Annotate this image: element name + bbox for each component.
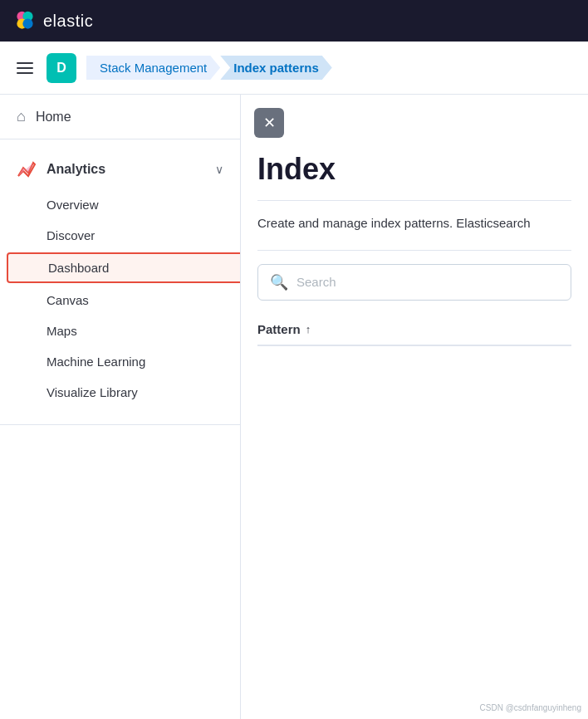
title-divider xyxy=(257,200,571,201)
sidebar-item-canvas[interactable]: Canvas xyxy=(0,285,240,315)
sidebar-section-analytics: Analytics ∨ Overview Discover Dashboard … xyxy=(0,139,240,425)
svg-point-3 xyxy=(22,18,32,28)
sidebar-item-dashboard[interactable]: Dashboard xyxy=(7,252,241,283)
sort-ascending-icon: ↑ xyxy=(306,323,311,335)
elastic-logo-text: elastic xyxy=(43,12,93,31)
avatar-button[interactable]: D xyxy=(47,53,76,83)
sidebar-item-overview[interactable]: Overview xyxy=(0,189,240,220)
sidebar-item-discover[interactable]: Discover xyxy=(0,220,240,251)
sidebar-home[interactable]: ⌂ Home xyxy=(0,95,240,139)
panel-content: Index Create and manage index patterns. … xyxy=(241,95,588,346)
watermark: CSDN @csdnfanguyinheng xyxy=(480,703,581,712)
elastic-logo-icon xyxy=(13,9,37,32)
breadcrumb-stack-management[interactable]: Stack Management xyxy=(86,56,220,80)
analytics-section-label: Analytics xyxy=(47,162,105,177)
sidebar-item-maps[interactable]: Maps xyxy=(0,315,240,346)
breadcrumb-index-patterns[interactable]: Index patterns xyxy=(220,56,332,80)
analytics-icon xyxy=(17,159,37,179)
right-panel: ✕ Index Create and manage index patterns… xyxy=(241,95,588,719)
breadcrumb: Stack Management Index patterns xyxy=(86,56,332,80)
panel-close-button[interactable]: ✕ xyxy=(254,108,284,138)
analytics-section-header[interactable]: Analytics ∨ xyxy=(0,153,240,186)
hamburger-line-1 xyxy=(17,62,33,64)
sidebar-item-visualize-library[interactable]: Visualize Library xyxy=(0,377,240,408)
panel-title: Index xyxy=(257,151,571,187)
hamburger-line-2 xyxy=(17,67,33,69)
header-bar: D Stack Management Index patterns xyxy=(0,42,588,95)
description-divider xyxy=(257,250,571,251)
analytics-nav-items: Overview Discover Dashboard Canvas Maps … xyxy=(0,186,240,411)
hamburger-line-3 xyxy=(17,72,33,74)
search-icon: 🔍 xyxy=(270,273,288,291)
main-layout: ⌂ Home Analytics ∨ Overview Discover Das… xyxy=(0,95,588,719)
elastic-logo: elastic xyxy=(13,9,93,32)
sidebar-home-label: Home xyxy=(36,110,71,125)
top-navbar: elastic xyxy=(0,0,588,42)
analytics-header-left: Analytics xyxy=(17,159,105,179)
panel-description: Create and manage index patterns. Elasti… xyxy=(257,214,571,233)
chevron-down-icon: ∨ xyxy=(215,163,223,176)
home-icon: ⌂ xyxy=(17,108,26,125)
search-box[interactable]: 🔍 Search xyxy=(257,264,571,301)
hamburger-button[interactable] xyxy=(13,59,37,77)
search-input-placeholder: Search xyxy=(296,275,336,289)
sidebar: ⌂ Home Analytics ∨ Overview Discover Das… xyxy=(0,95,241,719)
sidebar-item-machine-learning[interactable]: Machine Learning xyxy=(0,346,240,377)
pattern-column-header[interactable]: Pattern ↑ xyxy=(257,314,571,346)
pattern-column-label: Pattern xyxy=(257,322,301,336)
